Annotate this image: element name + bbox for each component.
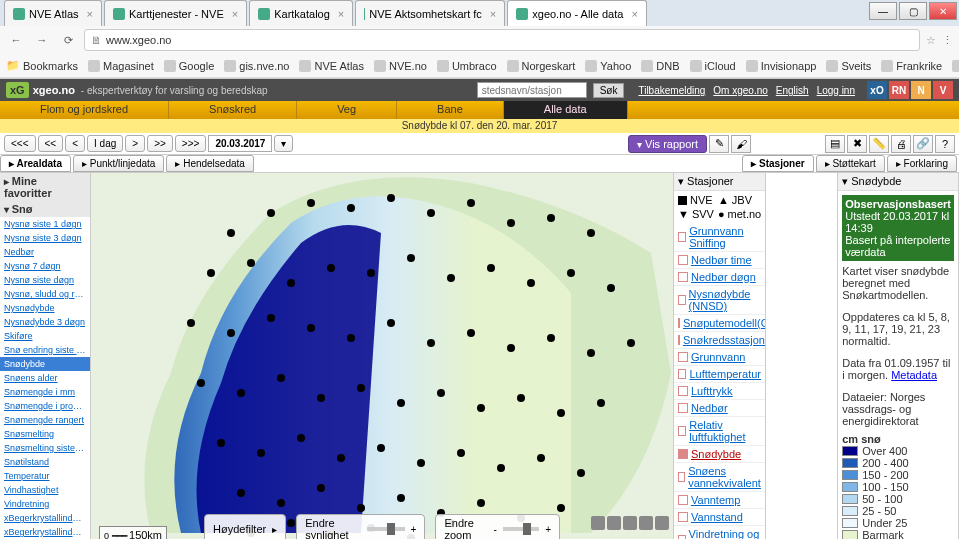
station-dot[interactable] — [437, 389, 445, 397]
station-item[interactable]: Nedbør — [674, 400, 765, 417]
station-dot[interactable] — [317, 394, 325, 402]
station-dot[interactable] — [387, 194, 395, 202]
date-field[interactable]: 20.03.2017 — [208, 135, 272, 152]
station-dot[interactable] — [317, 484, 325, 492]
bookmark-item[interactable]: Norgeskart — [507, 60, 576, 72]
layer-link[interactable]: xBegerkrystallindeks2 — [0, 525, 90, 539]
layer-link[interactable]: Snømengde rangert — [0, 413, 90, 427]
nav-item[interactable]: Veg — [297, 101, 397, 119]
layer-link[interactable]: Snøsmelting siste uke — [0, 441, 90, 455]
date-dropdown[interactable]: ▾ — [274, 135, 293, 152]
date-nav-button[interactable]: >> — [147, 135, 173, 152]
date-nav-button[interactable]: << — [38, 135, 64, 152]
layer-link[interactable]: Temperatur — [0, 469, 90, 483]
tool-layers-icon[interactable]: ▤ — [825, 135, 845, 153]
station-dot[interactable] — [547, 334, 555, 342]
menu-icon[interactable]: ⋮ — [942, 34, 953, 47]
layer-link[interactable]: Snømengde i mm — [0, 385, 90, 399]
checkbox[interactable] — [678, 272, 688, 282]
layer-link[interactable]: Vindhastighet — [0, 483, 90, 497]
tool-delete-icon[interactable]: ✖ — [847, 135, 867, 153]
station-dot[interactable] — [557, 504, 565, 512]
minimize-button[interactable]: — — [869, 2, 897, 20]
station-dot[interactable] — [467, 329, 475, 337]
station-dot[interactable] — [587, 349, 595, 357]
checkbox[interactable] — [678, 352, 688, 362]
checkbox[interactable] — [678, 512, 688, 522]
nav-item[interactable]: Snøskred — [169, 101, 297, 119]
station-dot[interactable] — [537, 454, 545, 462]
station-item[interactable]: Snøens vannekvivalent — [674, 463, 765, 492]
hdr-icon-rn[interactable]: RN — [889, 81, 909, 99]
bookmark-item[interactable]: gis.nve.no — [224, 60, 289, 72]
layer-link[interactable]: Nysnødybde 3 døgn — [0, 315, 90, 329]
report-button[interactable]: ▾ Vis rapport — [628, 135, 707, 153]
station-dot[interactable] — [507, 219, 515, 227]
station-dot[interactable] — [337, 454, 345, 462]
bookmark-item[interactable]: Google — [164, 60, 214, 72]
station-item[interactable]: Nysnødybde (NNSD) — [674, 286, 765, 315]
station-item[interactable]: Snødybde — [674, 446, 765, 463]
close-icon[interactable]: × — [490, 8, 496, 20]
station-item[interactable]: Nedbør døgn — [674, 269, 765, 286]
layer-link[interactable]: Snødybde — [0, 357, 90, 371]
station-dot[interactable] — [307, 199, 315, 207]
favorites-head[interactable]: ▸ Mine favoritter — [0, 173, 90, 201]
bookmark-item[interactable]: Frankrike — [881, 60, 942, 72]
layer-link[interactable]: Vindretning — [0, 497, 90, 511]
checkbox[interactable] — [678, 535, 686, 539]
map-tool-icon[interactable] — [623, 516, 637, 530]
station-dot[interactable] — [377, 444, 385, 452]
checkbox[interactable] — [678, 449, 688, 459]
hdr-icon-v[interactable]: V — [933, 81, 953, 99]
station-dot[interactable] — [267, 314, 275, 322]
station-dot[interactable] — [227, 329, 235, 337]
date-nav-button[interactable]: >>> — [175, 135, 207, 152]
station-dot[interactable] — [357, 504, 365, 512]
search-input[interactable] — [477, 82, 587, 98]
station-dot[interactable] — [397, 399, 405, 407]
station-item[interactable]: Grunnvann — [674, 349, 765, 366]
date-nav-button[interactable]: I dag — [87, 135, 123, 152]
checkbox[interactable] — [678, 472, 685, 482]
station-dot[interactable] — [247, 259, 255, 267]
forward-button[interactable]: → — [32, 30, 52, 50]
station-dot[interactable] — [407, 254, 415, 262]
station-dot[interactable] — [517, 394, 525, 402]
layer-link[interactable]: Nysnø siste døgn — [0, 273, 90, 287]
browser-tab[interactable]: NVE Aktsomhetskart fc× — [355, 0, 505, 26]
station-dot[interactable] — [237, 489, 245, 497]
layer-link[interactable]: Nysnø siste 3 døgn — [0, 231, 90, 245]
tool-brush-icon[interactable]: 🖌 — [731, 135, 751, 153]
station-dot[interactable] — [287, 279, 295, 287]
map-tool-icon[interactable] — [639, 516, 653, 530]
station-dot[interactable] — [297, 434, 305, 442]
close-icon[interactable]: × — [631, 8, 637, 20]
station-dot[interactable] — [577, 469, 585, 477]
bookmarks-folder[interactable]: 📁 Bookmarks — [6, 59, 78, 72]
station-dot[interactable] — [387, 319, 395, 327]
layer-link[interactable]: Nedbør — [0, 245, 90, 259]
header-link[interactable]: English — [776, 85, 809, 96]
map-tool-icon[interactable] — [655, 516, 669, 530]
date-nav-button[interactable]: < — [65, 135, 85, 152]
layer-link[interactable]: Snøens alder — [0, 371, 90, 385]
bookmark-item[interactable]: NVE Atlas — [299, 60, 364, 72]
back-button[interactable]: ← — [6, 30, 26, 50]
sec-tab[interactable]: ▸ Støttekart — [816, 155, 885, 172]
bookmark-item[interactable]: Sveits — [826, 60, 871, 72]
checkbox[interactable] — [678, 386, 688, 396]
station-dot[interactable] — [277, 374, 285, 382]
bookmark-item[interactable]: Yahoo — [585, 60, 631, 72]
station-dot[interactable] — [277, 499, 285, 507]
checkbox[interactable] — [678, 255, 688, 265]
station-dot[interactable] — [237, 389, 245, 397]
layer-link[interactable]: Snømengde i prosent — [0, 399, 90, 413]
station-dot[interactable] — [347, 204, 355, 212]
layer-link[interactable]: Nysnø, sludd og regn — [0, 287, 90, 301]
station-dot[interactable] — [597, 399, 605, 407]
checkbox[interactable] — [678, 426, 686, 436]
station-dot[interactable] — [327, 264, 335, 272]
checkbox[interactable] — [678, 232, 686, 242]
station-dot[interactable] — [607, 284, 615, 292]
